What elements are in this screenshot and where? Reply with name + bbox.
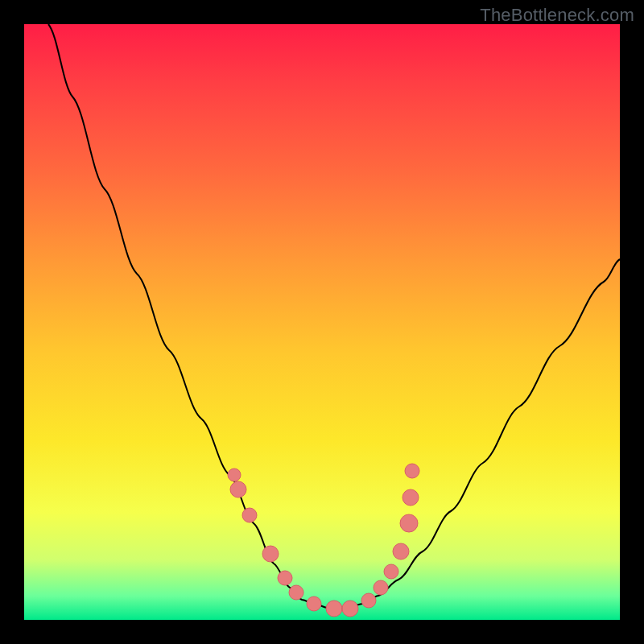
highlight-dot <box>307 597 321 611</box>
highlight-dot <box>242 508 257 522</box>
highlight-dot <box>400 514 418 532</box>
bottleneck-curve-chart <box>24 24 620 620</box>
highlight-dot <box>384 564 398 579</box>
highlight-dot <box>374 580 388 595</box>
highlight-dot <box>405 464 419 478</box>
highlight-dot <box>278 571 292 585</box>
highlight-dot <box>393 543 409 559</box>
highlight-dot <box>228 469 241 481</box>
highlight-dot <box>230 481 246 497</box>
watermark-text: TheBottleneck.com <box>480 5 634 26</box>
curve-left-branch <box>48 24 314 604</box>
highlight-dot <box>402 489 419 506</box>
highlight-dot <box>262 546 279 562</box>
highlight-dot <box>361 593 376 608</box>
highlight-dot <box>326 601 342 617</box>
highlight-dots-group <box>228 464 419 617</box>
highlight-dot <box>342 601 358 617</box>
highlight-dot <box>289 585 303 600</box>
